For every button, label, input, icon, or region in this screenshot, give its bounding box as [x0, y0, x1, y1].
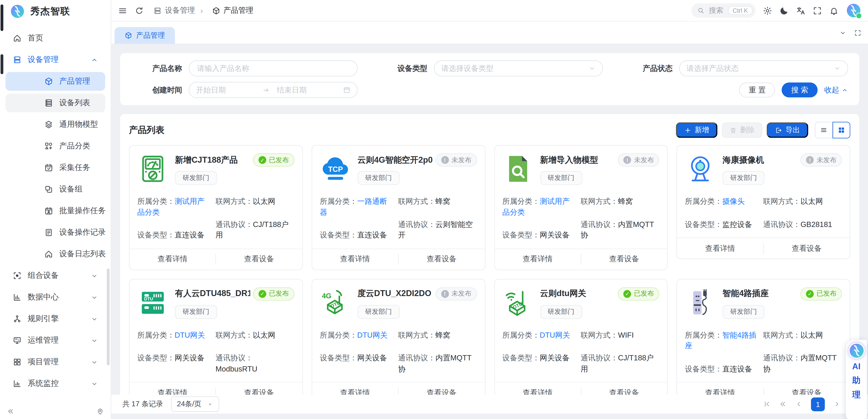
view-devices-button[interactable]: 查看设备 — [764, 388, 850, 395]
add-button[interactable]: 新增 — [676, 122, 718, 138]
first-page-button[interactable] — [763, 400, 771, 408]
menu-item-label: 设备管理 — [28, 55, 59, 65]
sidebar-menu-item[interactable]: 批量操作任务 — [5, 202, 105, 220]
status-dot-icon — [623, 290, 631, 298]
product-name-input[interactable] — [196, 64, 350, 73]
hamburger-menu-icon[interactable] — [118, 6, 127, 15]
brand: 秀杰智联 — [0, 0, 111, 22]
view-detail-button[interactable]: 查看详情 — [129, 254, 216, 264]
view-detail-button[interactable]: 查看详情 — [129, 388, 216, 395]
collapse-sidebar-icon[interactable] — [7, 408, 14, 415]
prev-page-button[interactable] — [795, 400, 803, 408]
sidebar-menu-item[interactable]: 运维管理 — [5, 331, 105, 350]
view-devices-button[interactable]: 查看设备 — [216, 388, 302, 395]
ai-assistant-label: 理 — [852, 388, 861, 401]
network-value: 蜂窝 — [618, 197, 633, 205]
view-detail-button[interactable]: 查看详情 — [495, 388, 581, 395]
category-link[interactable]: 摄像头 — [722, 197, 745, 205]
tab-list-dropdown-icon[interactable] — [839, 29, 846, 36]
user-avatar[interactable] — [846, 3, 861, 18]
online-status-dot — [856, 13, 862, 19]
status-label: 已发布 — [634, 289, 654, 298]
device-type-value: 网关设备 — [357, 354, 387, 362]
pin-sidebar-icon[interactable] — [96, 408, 104, 415]
product-name: 海康摄像机 — [722, 155, 798, 165]
sidebar-inner-scrollbar[interactable] — [107, 269, 110, 365]
global-search[interactable]: 搜索 Ctrl K — [691, 3, 756, 18]
view-devices-button[interactable]: 查看设备 — [581, 254, 668, 264]
grid-view-button[interactable] — [833, 122, 850, 139]
view-devices-button[interactable]: 查看设备 — [399, 254, 485, 264]
menu-item-label: 系统监控 — [28, 379, 59, 389]
sidebar-menu-item[interactable]: 规则引擎 — [5, 309, 105, 328]
ai-assistant-widget[interactable]: AI 助 理 — [846, 340, 867, 419]
view-devices-button[interactable]: 查看设备 — [581, 388, 668, 395]
dark-mode-moon-icon[interactable] — [779, 6, 789, 15]
menu-item-label: 项目管理 — [28, 357, 59, 367]
prev-group-button[interactable] — [779, 400, 787, 408]
department-tag: 研发部门 — [175, 171, 217, 185]
ai-assistant-label: AI — [852, 360, 861, 373]
tab-maximize-icon[interactable] — [854, 29, 861, 36]
current-page-button[interactable]: 1 — [811, 397, 825, 411]
filter-product-status: 产品状态 请选择产品状态 — [622, 60, 848, 77]
breadcrumb-item[interactable]: 设备管理 — [153, 5, 195, 16]
fullscreen-icon[interactable] — [812, 6, 822, 15]
sidebar-menu-item[interactable]: 数据中心 — [5, 288, 105, 307]
date-range-picker[interactable]: 开始日期 结束日期 — [189, 82, 358, 98]
view-detail-button[interactable]: 查看详情 — [312, 388, 398, 395]
status-dot-icon — [806, 290, 814, 298]
sidebar-menu-item[interactable]: 采集任务 — [5, 158, 105, 177]
category-link[interactable]: DTU网关 — [357, 331, 388, 339]
tab-label: 产品管理 — [136, 30, 165, 40]
trash-icon — [730, 126, 737, 134]
view-detail-button[interactable]: 查看详情 — [495, 254, 581, 264]
menu-item-label: 规则引擎 — [28, 314, 59, 324]
view-detail-button[interactable]: 查看详情 — [677, 388, 763, 395]
device-type-value: 监控设备 — [722, 220, 752, 229]
view-devices-button[interactable]: 查看设备 — [399, 388, 485, 395]
menu-item-label: 产品分类 — [59, 141, 90, 151]
next-page-button[interactable] — [833, 400, 841, 408]
view-detail-button[interactable]: 查看详情 — [312, 254, 398, 264]
sidebar-menu-item[interactable]: 设备管理 — [5, 51, 105, 69]
view-devices-button[interactable]: 查看设备 — [764, 243, 850, 253]
export-button[interactable]: 导出 — [767, 122, 808, 138]
reset-button[interactable]: 重 置 — [739, 83, 775, 97]
sidebar-menu-item[interactable]: 设备日志列表 — [5, 245, 105, 264]
device-list-icon — [44, 99, 53, 108]
sidebar-menu-item[interactable]: 首页 — [5, 29, 105, 48]
list-view-button[interactable] — [815, 122, 833, 139]
product-status-select[interactable]: 请选择产品状态 — [679, 60, 848, 77]
sidebar-menu-item[interactable]: 设备组 — [5, 180, 105, 199]
sidebar-menu-item[interactable]: 组合设备 — [5, 266, 105, 285]
breadcrumb-item[interactable]: 产品管理 — [195, 5, 253, 16]
product-card: 4GDTU 度云DTU_X2DI2DO 未发布 — [312, 279, 485, 395]
sidebar-menu-item[interactable]: 设备列表 — [5, 94, 105, 113]
category-link[interactable]: DTU网关 — [175, 331, 205, 339]
breadcrumb: 设备管理 产品管理 — [153, 5, 253, 16]
sidebar-scrollbar-thumb-2[interactable] — [0, 54, 3, 74]
refresh-icon[interactable] — [134, 6, 144, 15]
sidebar-menu-item[interactable]: 项目管理 — [5, 353, 105, 371]
delete-button[interactable]: 删除 — [722, 122, 762, 138]
status-badge: 已发布 — [801, 287, 842, 300]
sidebar-scrollbar-thumb[interactable] — [0, 4, 3, 31]
sidebar-menu-item[interactable]: 设备操作记录 — [5, 223, 105, 242]
search-button[interactable]: 搜 索 — [782, 83, 817, 97]
tab-product-manage[interactable]: 产品管理 — [115, 27, 175, 43]
page-size-select[interactable]: 24条/页 — [171, 396, 219, 412]
collapse-filter-link[interactable]: 收起 — [825, 85, 848, 95]
end-date-placeholder: 结束日期 — [277, 85, 307, 95]
view-devices-button[interactable]: 查看设备 — [216, 254, 302, 264]
sidebar-menu-item[interactable]: 系统监控 — [5, 374, 105, 393]
category-link[interactable]: DTU网关 — [540, 331, 570, 339]
sidebar-menu-item[interactable]: 通用物模型 — [5, 115, 105, 134]
settings-gear-icon[interactable] — [763, 6, 772, 15]
notifications-bell-icon[interactable] — [829, 6, 838, 15]
language-translate-icon[interactable] — [796, 6, 805, 15]
sidebar-menu-item[interactable]: 产品管理 — [5, 72, 105, 91]
sidebar-menu-item[interactable]: 产品分类 — [5, 137, 105, 156]
device-type-select[interactable]: 请选择设备类型 — [434, 60, 603, 77]
view-detail-button[interactable]: 查看详情 — [677, 243, 763, 253]
